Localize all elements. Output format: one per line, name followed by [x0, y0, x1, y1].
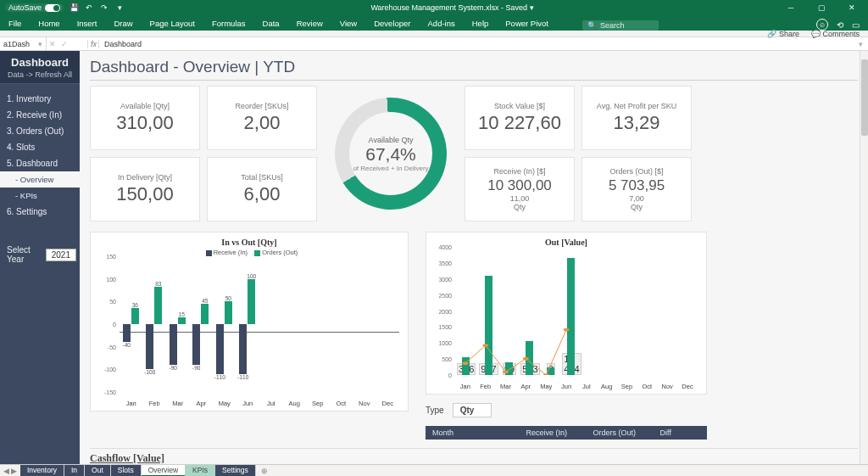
kpi-available: Available [Qty] 310,00 — [90, 86, 200, 150]
chart-in-vs-out: In vs Out [Qty] Receive (In) Orders (Out… — [90, 232, 409, 412]
ribbon-tab-review[interactable]: Review — [288, 17, 331, 31]
qat-dropdown-icon[interactable]: ▾ — [114, 3, 125, 13]
sidebar-header: Dashboard Data -> Refresh All — [0, 51, 80, 84]
page-title: Dashboard - Overview | YTD — [90, 58, 858, 81]
title-bar: AutoSave 💾 ↶ ↷ ▾ Warehouse Management Sy… — [0, 0, 868, 15]
nav-inventory[interactable]: 1. Inventory — [0, 91, 80, 107]
kpi-in-delivery: In Delivery [Qty] 150,00 — [90, 157, 200, 221]
vertical-scrollbar[interactable] — [860, 51, 868, 464]
nav-orders[interactable]: 3. Orders (Out) — [0, 123, 80, 139]
window-title: Warehouse Management System.xlsx - Saved… — [125, 3, 780, 12]
sheet-nav-prev[interactable]: ◀ — [3, 467, 9, 475]
select-year-label: Select Year — [7, 245, 42, 264]
formula-input[interactable]: Dashboard — [99, 40, 142, 48]
ribbon-mode-icon[interactable]: ▭ — [852, 20, 860, 30]
type-selector[interactable]: Qty — [453, 403, 492, 417]
summary-table-header: Month Receive (In) Orders (Out) Diff — [426, 426, 707, 440]
save-icon[interactable]: 💾 — [69, 3, 79, 13]
sheet-tab-overview[interactable]: Overview — [142, 465, 186, 477]
ribbon-tab-formulas[interactable]: Formulas — [203, 17, 254, 31]
ribbon-tab-file[interactable]: File — [0, 17, 30, 31]
kpi-total-skus: Total [SKUs] 6,00 — [207, 157, 317, 221]
fx-icon[interactable]: fx — [87, 40, 99, 48]
type-label: Type — [426, 406, 444, 415]
nav-sidebar: Dashboard Data -> Refresh All 1. Invento… — [0, 51, 80, 464]
ribbon-tab-insert[interactable]: Insert — [69, 17, 106, 31]
undo-icon[interactable]: ↶ — [84, 3, 94, 13]
cashflow-heading: Cashflow [Value] — [90, 448, 858, 464]
ribbon-tab-view[interactable]: View — [331, 17, 365, 31]
ribbon-tab-data[interactable]: Data — [254, 17, 288, 31]
kpi-net-profit: Avg. Net Profit per SKU 13,29 — [581, 86, 692, 150]
kpi-receive-in: Receive (In) [$] 10 300,00 11,00 Qty — [465, 157, 575, 221]
sheet-nav-next[interactable]: ▶ — [11, 467, 17, 475]
close-button[interactable]: ✕ — [841, 0, 863, 15]
add-sheet-button[interactable]: ⊕ — [256, 467, 273, 475]
ribbon-tab-addins[interactable]: Add-ins — [420, 17, 464, 31]
search-box[interactable]: 🔍 Search — [582, 20, 659, 31]
name-box[interactable]: a1Dash▾ — [0, 37, 47, 50]
formula-expand-icon[interactable]: ▾ — [859, 40, 868, 48]
sync-icon[interactable]: ⟲ — [837, 20, 843, 30]
ribbon-tab-developer[interactable]: Developer — [365, 17, 419, 31]
nav-overview[interactable]: - Overview — [0, 171, 80, 188]
nav-dashboard[interactable]: 5. Dashboard — [0, 155, 80, 171]
autosave-toggle[interactable]: AutoSave — [5, 3, 64, 12]
sheet-tab-settings[interactable]: Settings — [215, 465, 256, 477]
sheet-tab-inventory[interactable]: Inventory — [20, 465, 64, 477]
sheet-tab-out[interactable]: Out — [85, 465, 111, 477]
kpi-stock-value: Stock Value [$] 10 227,60 — [465, 86, 575, 150]
nav-kpis[interactable]: - KPIs — [0, 188, 80, 204]
ribbon-tab-powerpivot[interactable]: Power Pivot — [497, 17, 557, 31]
sheet-tab-in[interactable]: In — [64, 465, 85, 477]
ribbon-tabs: File Home Insert Draw Page Layout Formul… — [0, 15, 868, 31]
ribbon-tab-help[interactable]: Help — [464, 17, 498, 31]
formula-bar: a1Dash▾ ✕ ✓ fx Dashboard ▾ — [0, 37, 868, 51]
enter-icon[interactable]: ✓ — [58, 40, 70, 48]
cancel-icon[interactable]: ✕ — [47, 40, 58, 48]
minimize-button[interactable]: ─ — [780, 0, 802, 15]
chart-out-value: Out [Value] 0500100015002000250030003500… — [426, 232, 707, 395]
dashboard-canvas: Dashboard - Overview | YTD Available [Qt… — [80, 51, 868, 464]
nav-settings[interactable]: 6. Settings — [0, 204, 80, 220]
year-selector[interactable]: 2021 — [46, 249, 76, 261]
sheet-tab-kpis[interactable]: KPIs — [186, 465, 215, 477]
nav-slots[interactable]: 4. Slots — [0, 139, 80, 155]
kpi-orders-out: Orders (Out) [$] 5 703,95 7,00 Qty — [581, 157, 692, 221]
ribbon-tab-draw[interactable]: Draw — [105, 17, 141, 31]
nav-receive[interactable]: 2. Receive (In) — [0, 107, 80, 123]
comments-button[interactable]: 💬 Comments — [811, 30, 860, 38]
switch-icon — [45, 4, 60, 12]
share-button[interactable]: 🔗 Share — [767, 30, 799, 38]
kpi-reorder: Reorder [SKUs] 2,00 — [207, 86, 317, 150]
redo-icon[interactable]: ↷ — [99, 3, 109, 13]
ribbon-tab-pagelayout[interactable]: Page Layout — [142, 17, 203, 31]
maximize-button[interactable]: ▢ — [810, 0, 832, 15]
sheet-tab-slots[interactable]: Slots — [111, 465, 142, 477]
kpi-donut: Available Qty 67,4% of Received + In Del… — [324, 86, 458, 221]
ribbon-tab-home[interactable]: Home — [30, 17, 68, 31]
sheet-tab-bar: ◀ ▶ InventoryInOutSlotsOverviewKPIsSetti… — [0, 464, 868, 476]
